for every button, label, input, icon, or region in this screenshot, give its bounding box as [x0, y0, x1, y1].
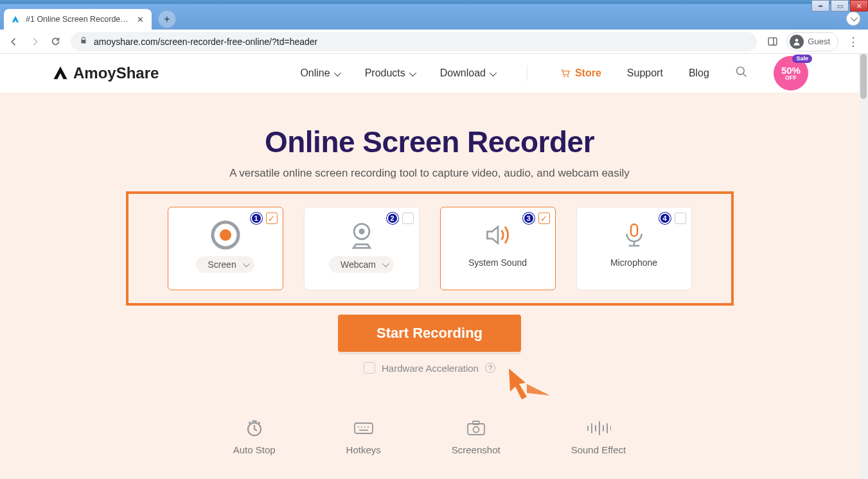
- nav-download[interactable]: Download: [440, 67, 495, 79]
- svg-point-8: [220, 229, 231, 241]
- annotation-badge-3: 3: [523, 213, 535, 224]
- nav-blog[interactable]: Blog: [689, 67, 709, 79]
- svg-rect-0: [768, 38, 777, 45]
- svg-point-5: [736, 67, 744, 75]
- tab-search-dropdown-icon[interactable]: [846, 12, 860, 26]
- annotation-badge-4: 4: [659, 213, 671, 224]
- feature-row: Auto Stop Hotkeys Screenshot Sound Effec…: [0, 419, 859, 455]
- nav-back-button[interactable]: [5, 33, 23, 51]
- svg-rect-11: [631, 224, 637, 236]
- nav-divider: [527, 65, 527, 81]
- soundwave-icon: [585, 419, 611, 438]
- profile-label: Guest: [808, 37, 830, 46]
- feature-autostop[interactable]: Auto Stop: [233, 419, 276, 455]
- feature-hotkeys[interactable]: Hotkeys: [346, 419, 381, 455]
- search-icon[interactable]: [735, 65, 748, 81]
- feature-soundeffect[interactable]: Sound Effect: [571, 419, 626, 455]
- url-text: amoyshare.com/screen-recorder-free-onlin…: [94, 37, 317, 47]
- svg-point-2: [795, 39, 799, 42]
- window-minimize-button[interactable]: ━: [811, 0, 829, 12]
- nav-store[interactable]: Store: [560, 67, 601, 79]
- card-system-sound[interactable]: 3 ✓ System Sound: [440, 207, 556, 290]
- card-microphone[interactable]: 4 ✓ Microphone: [576, 207, 692, 290]
- chevron-down-icon: [243, 261, 248, 268]
- webcam-dropdown[interactable]: Webcam: [329, 256, 394, 273]
- hw-accel-checkbox[interactable]: [364, 362, 375, 374]
- profile-chip[interactable]: Guest: [786, 32, 838, 51]
- browser-tab-strip: #1 Online Screen Recorder - R ✕ +: [0, 4, 868, 30]
- microphone-icon: [621, 219, 647, 251]
- checkbox-system-sound[interactable]: ✓: [538, 213, 550, 224]
- sale-tag: Sale: [792, 55, 812, 63]
- address-bar[interactable]: amoyshare.com/screen-recorder-free-onlin…: [71, 32, 757, 51]
- microphone-label: Microphone: [610, 257, 657, 268]
- help-icon[interactable]: ?: [485, 363, 495, 373]
- camera-icon: [466, 419, 486, 438]
- keyboard-icon: [353, 419, 374, 438]
- nav-products[interactable]: Products: [365, 67, 414, 79]
- svg-point-20: [473, 427, 479, 433]
- panel-toggle-icon[interactable]: [763, 33, 781, 51]
- cart-icon: [560, 68, 571, 78]
- start-recording-button[interactable]: Start Recording: [338, 315, 521, 352]
- nav-online[interactable]: Online: [300, 67, 339, 79]
- annotation-badge-2: 2: [387, 213, 398, 224]
- svg-line-6: [743, 74, 746, 77]
- svg-rect-19: [473, 421, 479, 424]
- card-webcam[interactable]: 2 ✓ Webcam: [304, 207, 420, 290]
- chevron-down-icon: [490, 67, 495, 79]
- chevron-down-icon: [334, 67, 339, 79]
- new-tab-button[interactable]: +: [158, 10, 176, 28]
- guest-avatar-icon: [790, 35, 804, 49]
- lock-icon: [80, 36, 87, 47]
- nav-forward-button[interactable]: [26, 33, 44, 51]
- browser-toolbar: amoyshare.com/screen-recorder-free-onlin…: [0, 30, 868, 54]
- nav-support[interactable]: Support: [627, 67, 663, 79]
- svg-point-4: [567, 76, 569, 77]
- brand-mark-icon: [51, 64, 69, 82]
- chevron-down-icon: [382, 261, 387, 268]
- feature-screenshot[interactable]: Screenshot: [452, 419, 500, 455]
- hero-subtitle: A versatile online screen recording tool…: [0, 167, 859, 180]
- sale-percent: 50%: [781, 65, 801, 75]
- screen-record-icon: [210, 219, 241, 251]
- window-maximize-button[interactable]: ▭: [831, 0, 849, 12]
- annotation-badge-1: 1: [251, 213, 262, 224]
- system-sound-label: System Sound: [468, 257, 527, 268]
- hero-section: Online Screen Recorder A versatile onlin…: [0, 92, 859, 479]
- browser-menu-icon[interactable]: ⋮: [844, 35, 863, 49]
- checkbox-microphone[interactable]: ✓: [675, 213, 686, 224]
- checkbox-webcam[interactable]: ✓: [402, 213, 414, 224]
- card-screen[interactable]: 1 ✓ Screen: [168, 207, 283, 290]
- svg-point-3: [563, 76, 565, 77]
- tab-close-icon[interactable]: ✕: [135, 14, 145, 24]
- checkbox-screen[interactable]: ✓: [266, 213, 278, 224]
- hardware-acceleration-row: Hardware Acceleration ?: [0, 362, 859, 374]
- speaker-icon: [483, 219, 513, 251]
- brand-logo[interactable]: AmoyShare: [51, 64, 159, 82]
- annotation-cursor-arrow-icon: [508, 367, 553, 399]
- browser-tab-active[interactable]: #1 Online Screen Recorder - R ✕: [4, 9, 152, 30]
- sale-off: OFF: [785, 75, 797, 81]
- hw-accel-label: Hardware Acceleration: [382, 363, 479, 374]
- hero-title: Online Screen Recorder: [0, 125, 859, 159]
- source-cards-frame: 1 ✓ Screen 2 ✓ Webcam: [126, 191, 734, 306]
- site-header: AmoyShare Online Products Download Store…: [0, 54, 859, 92]
- clock-icon: [245, 419, 264, 438]
- brand-name: AmoyShare: [73, 64, 159, 82]
- window-close-button[interactable]: ✕: [850, 0, 868, 12]
- svg-rect-15: [355, 423, 373, 433]
- tab-favicon-icon: [10, 14, 21, 24]
- screen-dropdown[interactable]: Screen: [196, 256, 254, 273]
- sale-badge[interactable]: Sale 50% OFF: [774, 56, 808, 91]
- webcam-icon: [348, 219, 376, 251]
- nav-reload-button[interactable]: [46, 33, 64, 51]
- chevron-down-icon: [409, 67, 414, 79]
- svg-rect-18: [468, 424, 484, 435]
- svg-point-10: [359, 229, 364, 234]
- tab-title: #1 Online Screen Recorder - R: [26, 15, 130, 24]
- vertical-scrollbar[interactable]: [859, 54, 868, 479]
- scrollbar-thumb[interactable]: [860, 54, 867, 99]
